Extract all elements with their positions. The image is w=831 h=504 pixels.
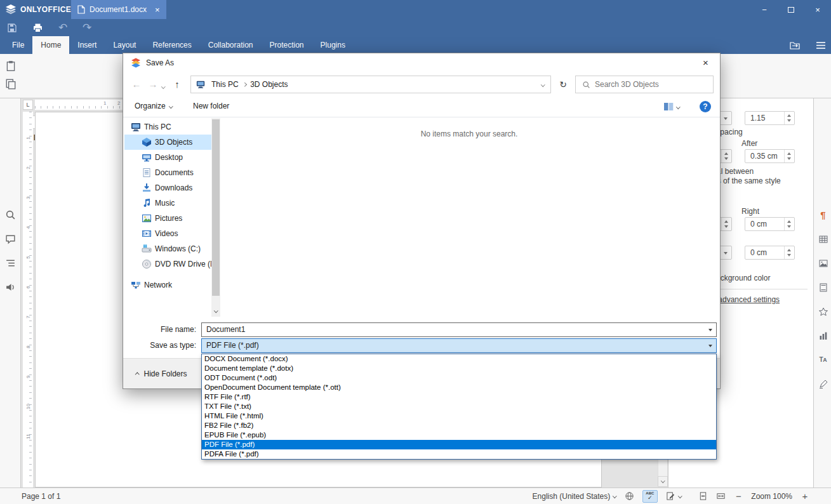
undo-button[interactable]: ↶ (55, 20, 71, 35)
dialog-close-button[interactable]: × (691, 53, 720, 72)
breadcrumb-3d-objects[interactable]: 3D Objects (248, 80, 290, 89)
filetype-option-odt[interactable]: ODT Document (*.odt) (202, 373, 716, 383)
comments-button[interactable] (5, 234, 16, 244)
tab-stop-selector[interactable]: L (23, 100, 33, 110)
chart-settings-button[interactable] (818, 330, 828, 341)
help-button[interactable]: ? (700, 101, 711, 112)
recent-locations-button[interactable] (159, 76, 168, 93)
tab-plugins[interactable]: Plugins (312, 36, 354, 54)
search-input[interactable]: Search 3D Objects (575, 76, 714, 93)
redo-button[interactable]: ↷ (79, 20, 95, 35)
tab-layout[interactable]: Layout (105, 36, 144, 54)
navigation-button[interactable] (5, 258, 16, 269)
paragraph-settings-button[interactable]: ¶ (818, 209, 828, 220)
up-button[interactable]: ↑ (169, 76, 185, 93)
line-spacing-value-spinner[interactable]: 1.15 (745, 111, 795, 125)
tab-references[interactable]: References (144, 36, 199, 54)
search-button[interactable] (5, 209, 16, 220)
spinner-arrows[interactable] (784, 112, 794, 124)
indent-right-spinner[interactable]: 0 cm (745, 217, 795, 231)
fit-page-button[interactable] (698, 491, 708, 501)
hide-folders-button[interactable]: Hide Folders (130, 366, 194, 381)
zoom-in-button[interactable]: + (801, 491, 809, 501)
tree-item-this-pc[interactable]: This PC (124, 119, 211, 135)
spacing-after-spinner[interactable]: 0.35 cm (745, 149, 795, 163)
signature-settings-button[interactable] (818, 378, 828, 389)
document-tab[interactable]: Document1.docx × (71, 0, 166, 19)
tab-collaboration[interactable]: Collaboration (200, 36, 262, 54)
spinner-arrows[interactable] (784, 150, 794, 162)
back-button[interactable]: ← (128, 76, 145, 93)
tree-item-music[interactable]: Music (124, 196, 211, 211)
tree-item-desktop[interactable]: Desktop (124, 150, 211, 165)
tree-item-downloads[interactable]: Downloads (124, 180, 211, 196)
filetype-option-epub[interactable]: EPUB File (*.epub) (202, 430, 716, 440)
header-footer-icon (818, 282, 828, 293)
maximize-button[interactable] (778, 0, 804, 19)
paste-button[interactable] (5, 60, 18, 73)
filetype-option-document[interactable]: Document template (*.dotx) (202, 364, 716, 373)
zoom-out-button[interactable]: − (734, 491, 743, 501)
feedback-button[interactable] (5, 282, 16, 293)
file-name-combo[interactable]: Document1 (201, 322, 717, 337)
header-footer-settings-button[interactable] (818, 282, 828, 293)
tree-item-windows-c[interactable]: Windows (C:) (124, 241, 211, 256)
close-button[interactable]: × (804, 0, 831, 19)
tree-item-videos[interactable]: Videos (124, 226, 211, 241)
tree-scrollbar[interactable] (211, 118, 220, 317)
filetype-option-opendocument[interactable]: OpenDocument Document template (*.ott) (202, 383, 716, 392)
spinner-arrows[interactable] (721, 218, 731, 230)
organize-button[interactable]: Organize (135, 102, 172, 110)
new-folder-button[interactable]: New folder (193, 102, 229, 110)
filetype-option-txt[interactable]: TXT File (*.txt) (202, 402, 716, 411)
save-as-type-combo[interactable]: PDF File (*.pdf) (201, 338, 717, 353)
search-icon (5, 209, 16, 220)
document-language-button[interactable] (625, 491, 634, 501)
address-bar[interactable]: This PC 3D Objects (190, 76, 551, 93)
filetype-option-rtf[interactable]: RTF File (*.rtf) (202, 392, 716, 402)
tree-item-documents[interactable]: Documents (124, 165, 211, 180)
spinner-arrows[interactable] (784, 246, 794, 259)
tree-item-network[interactable]: Network (124, 277, 211, 293)
track-changes-button[interactable] (666, 491, 682, 501)
filetype-option-docx[interactable]: DOCX Document (*.docx) (202, 354, 716, 364)
menu-button[interactable] (813, 38, 828, 52)
tab-home[interactable]: Home (32, 36, 69, 54)
vertical-ruler[interactable]: 1234567891011 (23, 112, 33, 487)
spinner-arrows[interactable] (721, 150, 731, 162)
print-button[interactable] (29, 20, 46, 35)
copy-button[interactable] (5, 78, 18, 91)
tree-item-dvd-rw-drive-d[interactable]: DVD RW Drive (D:) (124, 256, 211, 272)
filetype-option-pdf[interactable]: PDF File (*.pdf) (202, 440, 716, 449)
refresh-button[interactable]: ↻ (555, 76, 571, 93)
tree-scroll-down-button[interactable] (211, 307, 220, 316)
table-settings-button[interactable] (818, 234, 828, 244)
tree-item-label: Downloads (155, 183, 192, 192)
text-art-settings-button[interactable]: Tᴀ (818, 354, 828, 365)
tab-close-icon[interactable]: × (155, 5, 160, 15)
tab-protection[interactable]: Protection (262, 36, 312, 54)
scroll-down-button[interactable] (658, 476, 668, 487)
filetype-option-html[interactable]: HTML File (*.html) (202, 411, 716, 421)
spell-check-button[interactable]: ABC ✓ (642, 490, 658, 503)
tab-file[interactable]: File (4, 36, 32, 54)
save-button[interactable] (4, 20, 20, 35)
open-file-button[interactable] (788, 38, 803, 52)
tab-insert[interactable]: Insert (69, 36, 105, 54)
onlyoffice-logo-icon (5, 4, 17, 15)
tree-item-3d-objects[interactable]: 3D Objects (124, 135, 211, 150)
minimize-button[interactable]: − (751, 0, 778, 19)
scrollbar-thumb[interactable] (212, 119, 220, 296)
filetype-option-pdfa[interactable]: PDFA File (*.pdf) (202, 449, 716, 459)
change-view-button[interactable] (663, 102, 680, 111)
address-dropdown-button[interactable] (535, 83, 550, 86)
image-settings-button[interactable] (818, 258, 828, 269)
language-selector[interactable]: English (United States) (533, 492, 616, 501)
shape-settings-button[interactable] (818, 306, 828, 317)
spinner-arrows[interactable] (784, 218, 794, 230)
filetype-option-fb2[interactable]: FB2 File (*.fb2) (202, 421, 716, 430)
special-indent-spinner[interactable]: 0 cm (745, 246, 795, 260)
fit-width-button[interactable] (716, 491, 726, 501)
tree-item-pictures[interactable]: Pictures (124, 211, 211, 226)
breadcrumb-this-pc[interactable]: This PC (209, 80, 241, 89)
